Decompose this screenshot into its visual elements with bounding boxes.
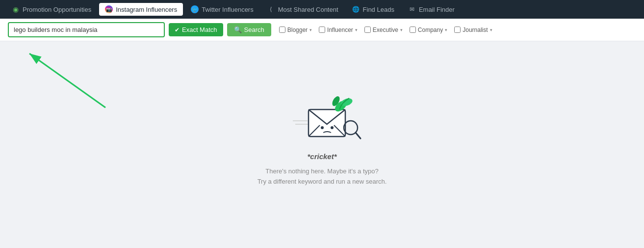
nav-instagram-label: Instagram Influencers (116, 6, 177, 13)
empty-state-illustration (278, 92, 366, 146)
empty-state-line1: There's nothing here. Maybe it's a typo? (265, 167, 378, 175)
company-dropdown-arrow[interactable]: ▾ (445, 28, 447, 32)
search-input[interactable] (9, 23, 164, 36)
toolbar: ✔ Exact Match 🔍 Search Blogger ▾ Influen… (0, 19, 644, 41)
nav-find-leads[interactable]: 🌐 Find Leads (346, 3, 400, 16)
nav-instagram[interactable]: 📷 Instagram Influencers (99, 3, 183, 16)
share-icon: ⟨ (267, 5, 275, 13)
svg-line-13 (356, 133, 361, 138)
filter-influencer[interactable]: Influencer ▾ (319, 27, 358, 33)
arrow-svg (15, 46, 113, 110)
svg-line-1 (29, 54, 105, 108)
twitter-icon: 🐦 (191, 5, 199, 13)
email-icon: ✉ (408, 5, 416, 13)
filter-company[interactable]: Company ▾ (410, 27, 447, 33)
company-checkbox[interactable] (410, 27, 416, 33)
svg-point-8 (331, 126, 334, 129)
filter-journalist[interactable]: Journalist ▾ (454, 27, 492, 33)
company-label: Company (418, 27, 443, 33)
arrow-annotation (15, 46, 113, 110)
main-content: *cricket* There's nothing here. Maybe it… (0, 41, 644, 248)
influencer-label: Influencer (327, 27, 353, 33)
empty-state-line2: Try a different keyword and run a new se… (258, 178, 387, 185)
search-label: Search (244, 26, 264, 33)
check-icon: ✔ (175, 27, 180, 33)
journalist-dropdown-arrow[interactable]: ▾ (490, 28, 492, 32)
influencer-dropdown-arrow[interactable]: ▾ (355, 28, 358, 32)
search-input-wrapper (8, 22, 165, 37)
blogger-label: Blogger (287, 27, 308, 33)
svg-point-7 (321, 126, 324, 129)
executive-dropdown-arrow[interactable]: ▾ (400, 28, 403, 32)
exact-match-label: Exact Match (182, 26, 217, 33)
search-icon: 🔍 (234, 26, 242, 33)
nav-email-finder[interactable]: ✉ Email Finder (402, 3, 461, 16)
blogger-dropdown-arrow[interactable]: ▾ (309, 28, 312, 32)
nav-email-finder-label: Email Finder (419, 6, 455, 13)
journalist-checkbox[interactable] (454, 27, 461, 33)
leads-icon: 🌐 (352, 5, 360, 13)
nav-most-shared[interactable]: ⟨ Most Shared Content (261, 3, 344, 16)
instagram-icon: 📷 (105, 5, 113, 13)
executive-label: Executive (373, 27, 398, 33)
empty-state: *cricket* There's nothing here. Maybe it… (258, 92, 387, 187)
filter-executive[interactable]: Executive ▾ (364, 27, 403, 33)
promotion-icon: ◉ (12, 5, 20, 13)
exact-match-button[interactable]: ✔ Exact Match (169, 23, 223, 36)
journalist-label: Journalist (463, 27, 488, 33)
search-button[interactable]: 🔍 Search (227, 23, 271, 36)
filter-blogger[interactable]: Blogger ▾ (279, 27, 312, 33)
empty-state-subtitle: There's nothing here. Maybe it's a typo?… (258, 166, 387, 187)
filter-group: Blogger ▾ Influencer ▾ Executive ▾ Compa… (279, 27, 492, 33)
nav-find-leads-label: Find Leads (363, 6, 394, 13)
blogger-checkbox[interactable] (279, 27, 285, 33)
influencer-checkbox[interactable] (319, 27, 325, 33)
top-navigation: ◉ Promotion Opportunities 📷 Instagram In… (0, 0, 644, 19)
nav-most-shared-label: Most Shared Content (278, 6, 338, 13)
nav-twitter[interactable]: 🐦 Twitter Influencers (185, 3, 259, 16)
nav-promotion[interactable]: ◉ Promotion Opportunities (6, 3, 97, 16)
nav-promotion-label: Promotion Opportunities (23, 6, 91, 13)
nav-twitter-label: Twitter Influencers (202, 6, 254, 13)
executive-checkbox[interactable] (364, 27, 371, 33)
empty-state-title: *cricket* (307, 152, 336, 161)
